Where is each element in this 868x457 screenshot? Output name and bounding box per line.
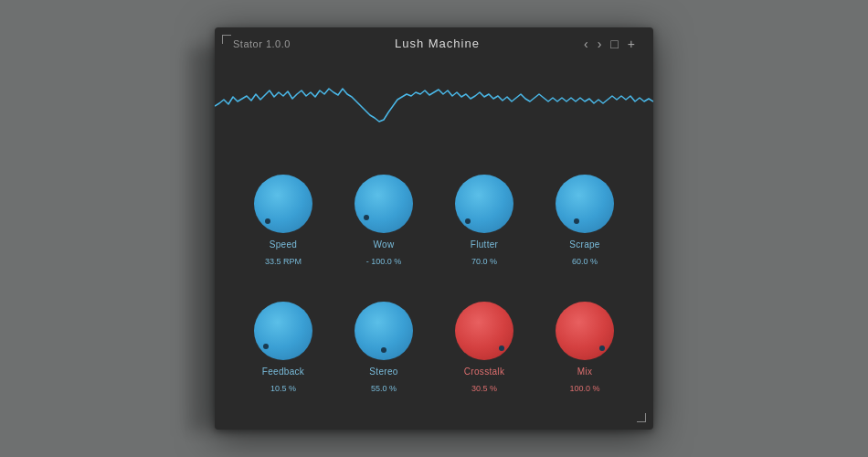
knob-indicator-feedback <box>263 344 269 349</box>
knob-wow[interactable] <box>355 175 413 233</box>
nav-next-button[interactable]: › <box>598 37 602 50</box>
knob-mix[interactable] <box>556 302 614 360</box>
knob-label-feedback: Feedback <box>262 366 304 378</box>
knob-value-feedback: 10.5 % <box>270 384 296 393</box>
knob-value-flutter: 70.0 % <box>471 257 497 266</box>
knobs-grid: Speed33.5 RPMWow- 100.0 %Flutter70.0 %Sc… <box>215 147 653 430</box>
nav-plus-button[interactable]: + <box>628 37 635 50</box>
knob-indicator-wow <box>364 215 369 220</box>
knob-group-wow: Wow- 100.0 % <box>355 175 413 266</box>
knob-crosstalk[interactable] <box>455 302 513 360</box>
knob-flutter[interactable] <box>455 175 513 233</box>
nav-square-button[interactable]: □ <box>610 37 618 50</box>
corner-bracket-br <box>637 413 646 422</box>
knob-value-speed: 33.5 RPM <box>265 257 302 266</box>
knob-label-flutter: Flutter <box>471 239 498 251</box>
knob-value-crosstalk: 30.5 % <box>471 384 497 393</box>
preset-name: Lush Machine <box>395 37 480 50</box>
plugin-container: Stator 1.0.0 Lush Machine ‹ › □ + Speed3… <box>215 27 653 430</box>
knob-group-stereo: Stereo55.0 % <box>355 302 413 393</box>
knob-value-mix: 100.0 % <box>569 384 599 393</box>
knob-value-scrape: 60.0 % <box>572 257 598 266</box>
knob-indicator-speed <box>265 218 270 224</box>
knob-scrape[interactable] <box>556 175 614 233</box>
knob-value-stereo: 55.0 % <box>371 384 397 393</box>
nav-prev-button[interactable]: ‹ <box>584 37 588 50</box>
knob-label-mix: Mix <box>577 366 592 378</box>
knob-speed[interactable] <box>254 175 312 233</box>
knob-indicator-mix <box>599 345 605 351</box>
waveform-display <box>215 56 653 147</box>
knob-stereo[interactable] <box>355 302 413 360</box>
knob-indicator-crosstalk <box>499 345 504 351</box>
knob-indicator-stereo <box>381 347 386 353</box>
knob-value-wow: - 100.0 % <box>366 257 402 266</box>
knob-label-speed: Speed <box>270 239 297 251</box>
header-controls: ‹ › □ + <box>584 37 635 50</box>
knob-group-speed: Speed33.5 RPM <box>254 175 312 266</box>
knob-group-scrape: Scrape60.0 % <box>556 175 614 266</box>
app-name: Stator 1.0.0 <box>233 38 291 49</box>
knob-group-mix: Mix100.0 % <box>556 302 614 393</box>
plugin-window: Stator 1.0.0 Lush Machine ‹ › □ + Speed3… <box>215 27 653 430</box>
header-bar: Stator 1.0.0 Lush Machine ‹ › □ + <box>215 27 653 56</box>
knob-indicator-flutter <box>465 218 471 224</box>
knob-group-feedback: Feedback10.5 % <box>254 302 312 393</box>
knob-label-crosstalk: Crosstalk <box>464 366 504 378</box>
knob-label-scrape: Scrape <box>569 239 600 251</box>
knob-label-wow: Wow <box>374 239 395 251</box>
knob-label-stereo: Stereo <box>369 366 397 378</box>
corner-bracket-tl <box>222 35 231 44</box>
knob-feedback[interactable] <box>254 302 312 360</box>
knob-group-crosstalk: Crosstalk30.5 % <box>455 302 513 393</box>
knob-group-flutter: Flutter70.0 % <box>455 175 513 266</box>
knob-indicator-scrape <box>574 218 579 224</box>
